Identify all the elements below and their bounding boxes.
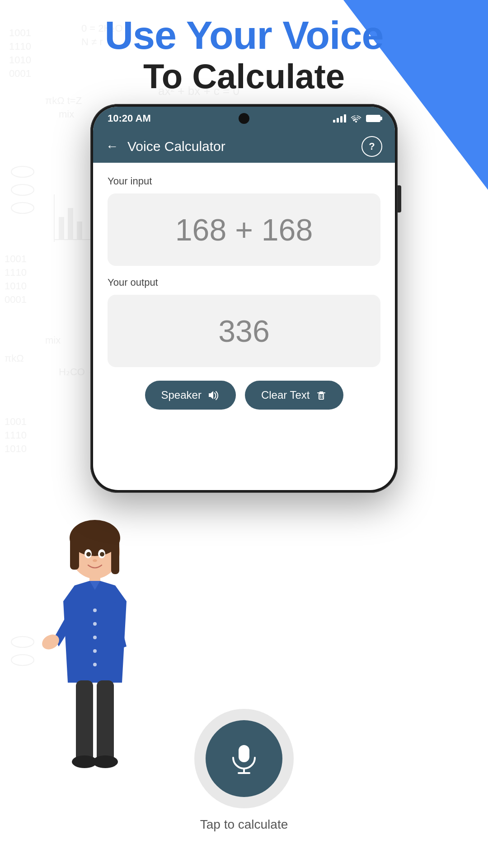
app-bar: ← Voice Calculator ? bbox=[93, 130, 395, 163]
svg-rect-53 bbox=[239, 745, 249, 762]
svg-text:1110: 1110 bbox=[5, 267, 27, 278]
svg-text:πkΩ t=Z: πkΩ t=Z bbox=[45, 95, 82, 106]
trash-icon bbox=[315, 389, 327, 401]
svg-text:mix: mix bbox=[59, 108, 74, 120]
svg-point-11 bbox=[11, 203, 34, 213]
svg-text:1001: 1001 bbox=[5, 253, 27, 264]
svg-point-39 bbox=[86, 552, 91, 557]
help-button[interactable]: ? bbox=[361, 136, 382, 157]
svg-point-44 bbox=[93, 622, 97, 626]
wifi-icon bbox=[351, 114, 361, 123]
svg-point-40 bbox=[100, 552, 104, 557]
svg-text:1001: 1001 bbox=[5, 416, 27, 427]
phone-mockup: 10:20 AM bbox=[90, 104, 398, 493]
speaker-button[interactable]: Speaker bbox=[145, 381, 236, 410]
power-button bbox=[398, 185, 401, 212]
svg-text:1010: 1010 bbox=[5, 443, 27, 454]
clear-text-label: Clear Text bbox=[261, 389, 310, 401]
svg-rect-36 bbox=[111, 538, 119, 574]
signal-icon bbox=[333, 114, 346, 123]
phone-body: 10:20 AM bbox=[90, 104, 398, 493]
battery-icon bbox=[366, 115, 380, 122]
person-figure bbox=[0, 511, 190, 800]
svg-text:1010: 1010 bbox=[5, 280, 27, 292]
svg-text:mix: mix bbox=[45, 335, 61, 346]
status-icons bbox=[333, 114, 380, 123]
tap-to-calculate-label: Tap to calculate bbox=[200, 817, 288, 832]
mic-outer-ring bbox=[194, 709, 294, 808]
output-value: 336 bbox=[218, 313, 269, 349]
svg-text:πkΩ: πkΩ bbox=[5, 353, 24, 364]
microphone-icon bbox=[226, 741, 262, 777]
svg-rect-26 bbox=[77, 222, 82, 240]
output-display: 336 bbox=[108, 295, 380, 367]
headline-line2: To Calculate bbox=[0, 57, 488, 95]
mic-button[interactable] bbox=[206, 720, 282, 797]
mic-area: Tap to calculate bbox=[194, 709, 294, 832]
speaker-label: Speaker bbox=[161, 389, 202, 401]
svg-point-9 bbox=[11, 166, 34, 177]
back-button[interactable]: ← bbox=[106, 139, 118, 154]
svg-point-52 bbox=[93, 755, 118, 768]
status-time: 10:20 AM bbox=[108, 113, 151, 124]
svg-rect-50 bbox=[97, 680, 114, 762]
svg-point-41 bbox=[93, 559, 97, 562]
svg-point-47 bbox=[93, 663, 97, 666]
svg-point-46 bbox=[93, 649, 97, 653]
input-label: Your input bbox=[108, 175, 380, 187]
app-title: Voice Calculator bbox=[127, 139, 352, 154]
svg-point-45 bbox=[93, 636, 97, 639]
phone-screen: 10:20 AM bbox=[93, 107, 395, 490]
clear-text-button[interactable]: Clear Text bbox=[245, 381, 343, 410]
action-buttons: Speaker Clear Text bbox=[108, 381, 380, 410]
header-section: Use Your Voice To Calculate bbox=[0, 14, 488, 95]
status-bar: 10:20 AM bbox=[93, 107, 395, 130]
svg-point-10 bbox=[11, 184, 34, 195]
input-display: 168 + 168 bbox=[108, 193, 380, 266]
svg-rect-49 bbox=[76, 680, 93, 762]
headline-line1: Use Your Voice bbox=[0, 14, 488, 57]
speaker-icon bbox=[207, 389, 220, 401]
svg-rect-29 bbox=[319, 394, 324, 399]
camera-cutout bbox=[239, 113, 249, 124]
svg-text:1110: 1110 bbox=[5, 429, 27, 441]
output-label: Your output bbox=[108, 277, 380, 288]
app-content: Your input 168 + 168 Your output 336 Spe… bbox=[93, 163, 395, 422]
svg-rect-24 bbox=[59, 217, 64, 240]
input-value: 168 + 168 bbox=[175, 212, 313, 247]
svg-text:0001: 0001 bbox=[5, 294, 27, 305]
svg-point-43 bbox=[93, 609, 97, 612]
svg-rect-25 bbox=[68, 208, 73, 240]
svg-rect-35 bbox=[70, 538, 79, 570]
